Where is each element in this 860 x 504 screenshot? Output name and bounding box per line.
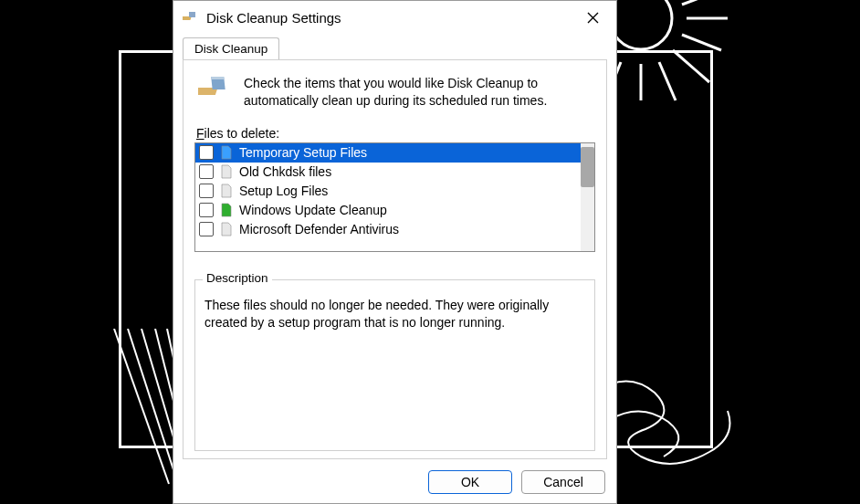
description-legend: Description <box>203 271 272 285</box>
file-type-icon <box>219 203 234 217</box>
file-type-icon <box>219 222 234 236</box>
tab-disk-cleanup[interactable]: Disk Cleanup <box>183 37 279 59</box>
file-type-icon <box>219 184 234 198</box>
svg-rect-24 <box>211 77 224 79</box>
intro-row: Check the items that you would like Disk… <box>198 75 592 110</box>
file-type-icon <box>219 164 234 179</box>
list-item[interactable]: Windows Update Cleanup <box>195 201 581 220</box>
svg-rect-21 <box>189 12 195 17</box>
disk-cleanup-icon <box>183 11 199 24</box>
files-listbox[interactable]: Temporary Setup FilesOld Chkdsk filesSet… <box>194 142 595 252</box>
disk-cleanup-settings-dialog: Disk Cleanup Settings Disk Cleanup Check… <box>173 0 617 504</box>
list-item-label: Old Chkdsk files <box>239 164 331 179</box>
cancel-button[interactable]: Cancel <box>521 470 605 494</box>
list-item-label: Windows Update Cleanup <box>239 203 387 217</box>
list-item-checkbox[interactable] <box>199 222 214 236</box>
list-item-label: Microsoft Defender Antivirus <box>239 222 399 236</box>
description-group: Description These files should no longer… <box>194 279 595 451</box>
scrollbar-thumb[interactable] <box>581 147 594 187</box>
svg-line-15 <box>114 329 169 484</box>
list-item[interactable]: Microsoft Defender Antivirus <box>195 220 581 239</box>
listbox-scrollbar[interactable] <box>581 143 594 251</box>
title-bar: Disk Cleanup Settings <box>173 1 616 34</box>
tab-panel: Check the items that you would like Disk… <box>183 59 607 459</box>
intro-text: Check the items that you would like Disk… <box>244 75 592 110</box>
svg-line-11 <box>682 0 718 5</box>
tab-strip: Disk Cleanup <box>173 36 616 59</box>
close-button[interactable] <box>576 5 609 30</box>
list-item-label: Temporary Setup Files <box>239 145 367 160</box>
list-item-checkbox[interactable] <box>199 203 214 217</box>
list-item[interactable]: Temporary Setup Files <box>195 143 581 163</box>
list-item[interactable]: Old Chkdsk files <box>195 163 581 182</box>
list-item[interactable]: Setup Log Files <box>195 182 581 201</box>
dialog-button-row: OK Cancel <box>173 465 616 503</box>
description-text: These files should no longer be needed. … <box>205 297 585 331</box>
ok-button[interactable]: OK <box>428 470 512 494</box>
svg-line-14 <box>659 62 676 100</box>
list-item-checkbox[interactable] <box>199 184 214 198</box>
svg-line-8 <box>673 50 709 82</box>
disk-cleanup-large-icon <box>198 75 231 102</box>
svg-line-12 <box>682 35 721 50</box>
files-to-delete-label: Files to delete: <box>196 126 595 141</box>
svg-point-0 <box>610 0 672 49</box>
svg-line-16 <box>128 329 178 484</box>
close-icon <box>587 12 599 24</box>
list-item-checkbox[interactable] <box>199 145 214 160</box>
file-type-icon <box>219 145 234 160</box>
list-item-checkbox[interactable] <box>199 164 214 179</box>
window-title: Disk Cleanup Settings <box>206 10 576 26</box>
list-item-label: Setup Log Files <box>239 184 328 198</box>
